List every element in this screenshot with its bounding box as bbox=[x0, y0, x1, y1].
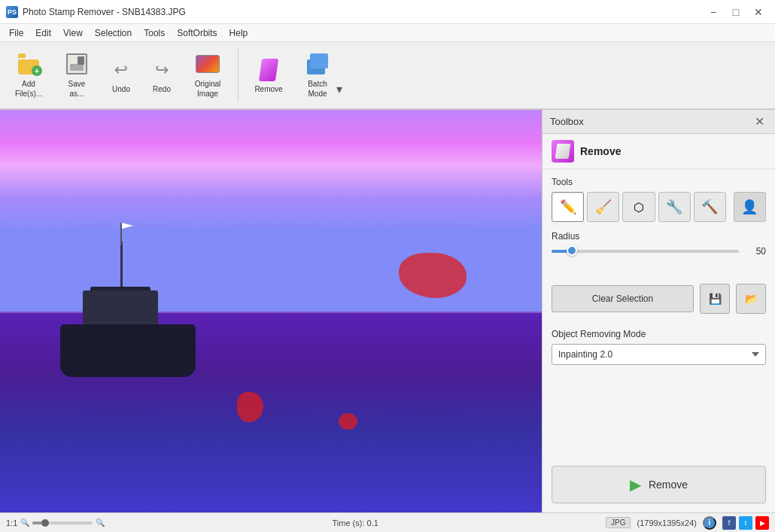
undo-button[interactable]: ↪ Undo bbox=[102, 46, 140, 105]
remove-section-title: Remove bbox=[580, 145, 621, 157]
zoom-thumb bbox=[41, 519, 49, 527]
save-as-icon bbox=[65, 52, 89, 76]
mode-label: Object Removing Mode bbox=[552, 329, 766, 339]
menu-item-edit[interactable]: Edit bbox=[29, 24, 57, 41]
dimensions-label: (1799x1395x24) bbox=[637, 518, 697, 527]
window-controls: − □ ✕ bbox=[703, 3, 769, 21]
menu-item-softorbits[interactable]: SoftOrbits bbox=[171, 24, 223, 41]
toolbox-panel: Toolbox ✕ Remove Tools ✏️ 🧹 bbox=[542, 110, 775, 512]
status-time: Time (s): 0.1 bbox=[114, 518, 597, 527]
undo-label: Undo bbox=[112, 85, 130, 93]
original-image-icon bbox=[196, 52, 220, 76]
batch-mode-label: BatchMode bbox=[308, 79, 327, 99]
clear-selection-button[interactable]: Clear Selection bbox=[552, 285, 694, 312]
save-as-label: Saveas... bbox=[68, 79, 86, 99]
lasso-icon: ⬡ bbox=[634, 200, 644, 214]
twitter-button[interactable]: t bbox=[739, 516, 752, 530]
mode-section: Object Removing Mode Inpainting 2.0 Inpa… bbox=[542, 321, 775, 369]
clear-selection-section: Clear Selection 💾 📂 bbox=[542, 276, 775, 321]
canvas-area[interactable] bbox=[0, 110, 542, 512]
lasso-tool-button[interactable]: ⬡ bbox=[622, 192, 655, 222]
maximize-button[interactable]: □ bbox=[725, 3, 746, 21]
info-button[interactable]: i bbox=[703, 516, 716, 530]
add-files-label: AddFile(s)... bbox=[15, 79, 42, 99]
tools-section-label: Tools bbox=[552, 177, 766, 187]
load-selection-icon: 📂 bbox=[745, 293, 758, 305]
status-zoom: 1:1 🔍 🔍 bbox=[6, 518, 105, 527]
original-image-label: OriginalImage bbox=[195, 79, 220, 99]
window-title: Photo Stamp Remover - SNB14383.JPG bbox=[23, 7, 186, 17]
menu-item-tools[interactable]: Tools bbox=[138, 24, 171, 41]
remove-section-header: Remove bbox=[542, 134, 775, 169]
zoom-icon-right: 🔍 bbox=[96, 518, 105, 527]
add-files-icon: + bbox=[17, 52, 41, 76]
redo-icon: ↪ bbox=[150, 58, 174, 82]
remove-section-icon bbox=[552, 140, 574, 163]
close-button[interactable]: ✕ bbox=[748, 3, 769, 21]
brush-tool-button[interactable]: ✏️ bbox=[552, 192, 584, 222]
brush-icon: ✏️ bbox=[560, 199, 576, 215]
toolbox-title: Toolbox bbox=[550, 116, 584, 127]
zoom-slider[interactable] bbox=[32, 521, 93, 524]
canvas-image bbox=[0, 110, 542, 512]
selection-blob-3[interactable] bbox=[339, 413, 357, 430]
remove-btn-section: ▶ Remove bbox=[542, 457, 775, 512]
boat-flag bbox=[120, 223, 122, 245]
menu-item-help[interactable]: Help bbox=[223, 24, 254, 41]
save-selection-icon: 💾 bbox=[709, 293, 722, 305]
facebook-button[interactable]: f bbox=[722, 516, 736, 530]
tools-section: Tools ✏️ 🧹 ⬡ 🔧 bbox=[542, 169, 775, 276]
clear-row: Clear Selection 💾 📂 bbox=[552, 284, 766, 314]
undo-icon: ↪ bbox=[109, 58, 133, 82]
remove-action-button[interactable]: ▶ Remove bbox=[552, 466, 766, 503]
main-area: Toolbox ✕ Remove Tools ✏️ 🧹 bbox=[0, 110, 775, 512]
stamp-tool-button[interactable]: 👤 bbox=[734, 192, 766, 222]
radius-value: 50 bbox=[745, 246, 766, 257]
boat-silhouette bbox=[45, 279, 211, 377]
mode-select[interactable]: Inpainting 2.0 Inpainting 1.0 Smart Fill bbox=[552, 344, 766, 365]
add-files-button[interactable]: + AddFile(s)... bbox=[6, 46, 51, 105]
remove-arrow-icon: ▶ bbox=[630, 476, 641, 494]
menu-item-selection[interactable]: Selection bbox=[89, 24, 138, 41]
redo-button[interactable]: ↪ Redo bbox=[143, 46, 181, 105]
load-selection-button[interactable]: 📂 bbox=[736, 284, 766, 314]
remove-action-label: Remove bbox=[649, 479, 688, 491]
original-image-button[interactable]: OriginalImage bbox=[184, 46, 232, 105]
eraser-tool-button[interactable]: 🧹 bbox=[587, 192, 619, 222]
save-selection-button[interactable]: 💾 bbox=[700, 284, 730, 314]
eraser-icon: 🧹 bbox=[595, 199, 612, 215]
social-links: f t ▶ bbox=[722, 516, 769, 530]
minimize-button[interactable]: − bbox=[703, 3, 724, 21]
magic-wand-icon: 🔧 bbox=[666, 199, 682, 215]
stamp-icon: 👤 bbox=[741, 199, 758, 215]
marker-tool-button[interactable]: 🔨 bbox=[694, 192, 726, 222]
batch-mode-button[interactable]: BatchMode bbox=[296, 46, 339, 105]
title-bar: PS Photo Stamp Remover - SNB14383.JPG − … bbox=[0, 0, 775, 24]
remove-label: Remove bbox=[254, 85, 282, 93]
magic-wand-tool-button[interactable]: 🔧 bbox=[658, 192, 691, 222]
radius-thumb[interactable] bbox=[567, 245, 577, 256]
app-icon: PS bbox=[6, 6, 18, 18]
time-label: Time (s): 0.1 bbox=[333, 518, 378, 527]
more-tools-indicator: ▾ bbox=[336, 83, 342, 96]
radius-slider-row: 50 bbox=[552, 246, 766, 257]
save-as-button[interactable]: Saveas... bbox=[54, 46, 99, 105]
menu-item-view[interactable]: View bbox=[57, 24, 89, 41]
radius-slider[interactable] bbox=[552, 250, 739, 253]
boat-mast bbox=[120, 242, 123, 287]
toolbox-close-button[interactable]: ✕ bbox=[752, 114, 767, 129]
marker-icon: 🔨 bbox=[701, 199, 718, 215]
menu-item-file[interactable]: File bbox=[3, 24, 29, 41]
remove-button-toolbar[interactable]: Remove bbox=[245, 46, 293, 105]
menu-bar: FileEditViewSelectionToolsSoftOrbitsHelp bbox=[0, 24, 775, 42]
toolbox-spacer bbox=[542, 369, 775, 457]
redo-label: Redo bbox=[153, 85, 171, 93]
toolbar: + AddFile(s)... Saveas... ↪ Undo ↪ Redo bbox=[0, 42, 775, 110]
zoom-icon-left: 🔍 bbox=[20, 518, 29, 527]
title-bar-left: PS Photo Stamp Remover - SNB14383.JPG bbox=[6, 6, 186, 18]
youtube-button[interactable]: ▶ bbox=[755, 516, 769, 530]
remove-icon bbox=[257, 58, 281, 82]
status-bar: 1:1 🔍 🔍 Time (s): 0.1 JPG (1799x1395x24)… bbox=[0, 512, 775, 532]
format-badge: JPG bbox=[606, 517, 631, 528]
radius-label: Radius bbox=[552, 231, 766, 242]
